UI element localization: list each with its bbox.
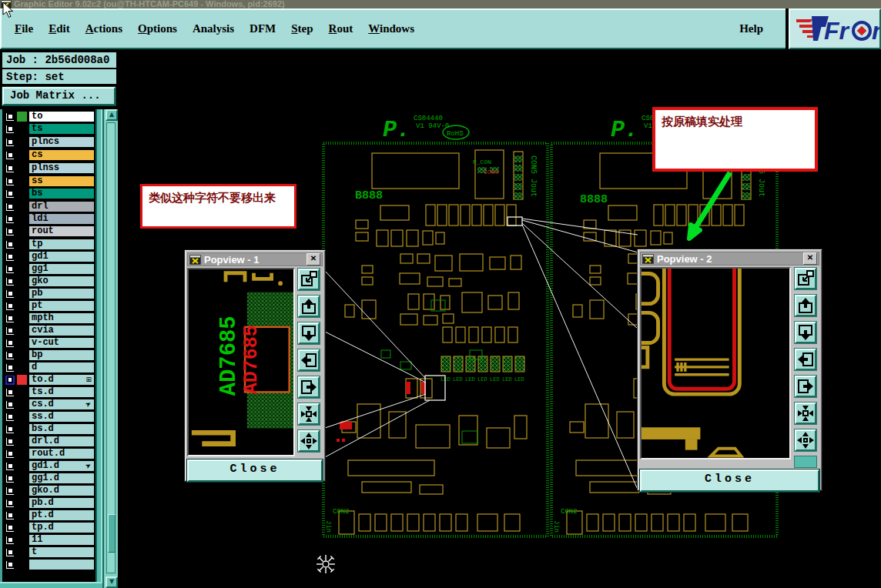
layer-color-chip[interactable] [17,350,27,360]
layer-checkbox[interactable] [5,400,15,409]
layer-checkbox[interactable] [5,499,15,508]
layer-label[interactable]: ss [29,176,94,186]
layer-checkbox[interactable] [5,413,15,422]
layer-checkbox[interactable] [5,363,15,373]
layer-color-chip[interactable] [17,510,27,520]
layer-color-chip[interactable] [17,436,27,446]
layer-label[interactable]: pb.d [29,498,94,508]
popview-1-titlebar[interactable]: Popview - 1 ✕ [187,252,323,266]
layer-label[interactable]: pt [29,301,94,311]
layer-checkbox[interactable] [5,388,15,397]
menu-rout[interactable]: Rout [327,21,356,37]
layer-scrollbar[interactable]: ▲ ▼ [102,109,118,588]
menu-file[interactable]: File [12,21,35,37]
layer-label[interactable]: gko [29,276,94,286]
popview-1-close-icon[interactable]: ✕ [307,253,320,266]
layer-checkbox[interactable] [5,138,15,147]
popview-1-canvas[interactable]: AD7685 AD7685 [187,268,295,456]
layer-checkbox[interactable] [5,326,15,336]
layer-label[interactable]: tp [29,239,94,249]
layer-label[interactable]: ss.d [29,412,94,422]
layer-checkbox[interactable] [5,523,15,533]
pan-up-button[interactable] [795,295,816,316]
layer-label[interactable]: gd1 [29,252,94,262]
layer-color-chip[interactable] [17,387,27,397]
layer-label[interactable]: cvia [29,326,94,336]
pan-right-button[interactable] [795,376,816,397]
layer-color-chip[interactable] [17,124,27,134]
layer-label[interactable]: rout [29,226,94,236]
layer-color-chip[interactable] [17,498,27,508]
popview-2-close-button[interactable]: Close [640,469,819,492]
layer-label[interactable]: plncs [29,137,94,147]
layer-label[interactable]: 11 [29,535,94,545]
zoom-in-button[interactable] [795,403,816,424]
layer-color-chip[interactable] [17,301,27,311]
layer-label[interactable]: ts [29,124,94,134]
popview-2-window[interactable]: Popview - 2 ✕ [637,249,822,491]
zoom-out-button[interactable] [298,430,320,452]
layer-label[interactable]: pb [29,289,94,299]
layer-checkbox[interactable] [5,339,15,348]
menu-windows[interactable]: Windows [366,21,417,37]
layer-label[interactable] [29,560,94,570]
layer-color-chip[interactable] [17,137,27,147]
layer-color-chip[interactable] [17,547,27,557]
layer-label[interactable]: cs.d➤ [29,399,94,409]
layer-color-chip[interactable] [17,399,27,409]
layer-checkbox[interactable] [5,112,15,122]
popview-2-titlebar[interactable]: Popview - 2 ✕ [640,252,819,266]
layer-color-chip[interactable] [17,189,27,199]
layer-color-chip[interactable] [17,449,27,459]
layer-checkbox[interactable] [5,462,15,471]
menu-actions[interactable]: Actions [83,21,125,37]
layer-checkbox[interactable] [5,277,15,286]
layer-color-chip[interactable] [17,264,27,274]
layer-label[interactable]: drl [29,202,94,212]
layer-label[interactable]: pt.d [29,510,94,520]
layer-checkbox[interactable] [5,202,15,212]
layer-color-chip[interactable] [17,214,27,224]
layer-checkbox[interactable] [5,151,15,160]
layer-checkbox[interactable] [5,164,15,173]
layer-color-chip[interactable] [17,486,27,496]
layer-color-chip[interactable] [17,523,27,533]
scrollbar-down-icon[interactable]: ▼ [106,576,118,588]
layer-color-chip[interactable] [17,313,27,323]
layer-label[interactable]: rout.d [29,449,94,459]
layer-label[interactable]: bs.d [29,424,94,434]
layer-color-chip[interactable] [17,326,27,336]
layer-color-chip[interactable] [17,424,27,434]
layer-color-chip[interactable] [17,202,27,212]
menu-options[interactable]: Options [136,21,179,37]
layer-color-chip[interactable] [17,338,27,348]
popview-1-close-button[interactable]: Close [187,459,323,482]
layer-label[interactable]: bp [29,350,94,360]
layer-label[interactable]: to [29,112,94,122]
layer-color-chip[interactable] [17,163,27,173]
layer-color-chip[interactable] [17,375,27,385]
layer-label[interactable]: plnss [29,163,94,173]
layer-label[interactable]: mpth [29,313,94,323]
job-matrix-button[interactable]: Job Matrix ... [2,87,116,105]
scrollbar-thumb[interactable] [108,514,116,553]
layer-label[interactable]: bs [29,189,94,199]
pan-right-button[interactable] [298,376,320,398]
layer-color-chip[interactable] [17,276,27,286]
layer-checkbox[interactable] [5,536,15,545]
layer-checkbox[interactable] [5,265,15,274]
menu-step[interactable]: Step [289,21,315,37]
layer-color-chip[interactable] [17,412,27,422]
pan-up-button[interactable] [298,296,320,317]
layer-checkbox[interactable] [5,560,15,570]
scrollbar-trough[interactable] [106,122,116,573]
layer-checkbox[interactable] [5,189,15,199]
layer-label[interactable]: gg1.d [29,473,94,483]
scrollbar-up-icon[interactable]: ▲ [106,109,118,121]
popview-copy-button[interactable] [795,268,816,289]
layer-checkbox[interactable] [5,302,15,311]
layer-label[interactable]: d [29,362,94,373]
layer-color-chip[interactable] [17,150,27,160]
layer-color-chip[interactable] [17,176,27,186]
menu-help[interactable]: Help [737,21,765,37]
